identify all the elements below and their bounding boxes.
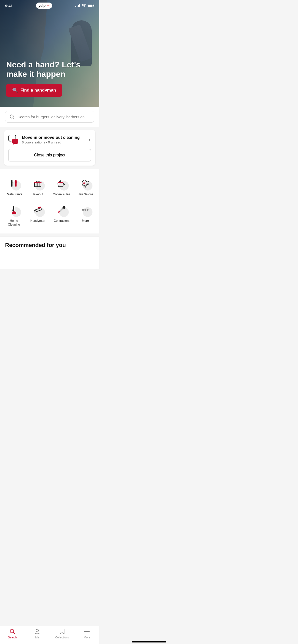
- takeout-icon-wrap: [31, 176, 45, 191]
- category-takeout[interactable]: Takeout: [26, 174, 50, 200]
- project-left: Move-in or move-out cleaning 6 conversat…: [8, 134, 80, 145]
- more-dots-icon: [80, 205, 90, 215]
- handyman-icon-wrap: [31, 203, 45, 217]
- category-coffee-tea[interactable]: Coffee & Tea: [50, 174, 74, 200]
- coffee-label: Coffee & Tea: [53, 193, 70, 197]
- svg-line-4: [13, 118, 14, 119]
- svg-rect-6: [12, 139, 18, 144]
- restaurants-label: Restaurants: [6, 193, 22, 197]
- status-time: 9:41: [5, 4, 13, 8]
- project-info: Move-in or move-out cleaning 6 conversat…: [22, 135, 80, 144]
- takeout-label: Takeout: [32, 193, 43, 197]
- close-project-button[interactable]: Close this project: [8, 149, 91, 162]
- search-bar-icon: [9, 114, 15, 119]
- more-icon-wrap: [78, 203, 92, 217]
- home-cleaning-icon: [9, 205, 19, 215]
- hero-title: Need a hand? Let's make it happen: [6, 60, 93, 79]
- search-input[interactable]: [18, 115, 90, 119]
- cleaning-icon-wrap: [7, 203, 21, 217]
- project-icon: [8, 134, 19, 145]
- svg-point-30: [59, 212, 60, 213]
- takeout-icon: [33, 179, 43, 188]
- project-header: Move-in or move-out cleaning 6 conversat…: [8, 134, 91, 145]
- project-card: Move-in or move-out cleaning 6 conversat…: [4, 130, 95, 166]
- hero-content: Need a hand? Let's make it happen 🔍 Find…: [6, 60, 93, 97]
- svg-rect-1: [93, 5, 94, 6]
- recommended-section: Recommended for you: [0, 237, 99, 269]
- categories-grid: Restaurants Takeout: [0, 174, 99, 230]
- project-title: Move-in or move-out cleaning: [22, 135, 80, 140]
- status-bar: 9:41 yelp ✳: [0, 0, 99, 11]
- category-more[interactable]: More: [74, 200, 98, 230]
- hair-label: Hair Salons: [77, 193, 93, 197]
- search-bar[interactable]: [5, 111, 94, 123]
- coffee-icon-wrap: [55, 176, 69, 191]
- svg-line-21: [87, 181, 89, 182]
- signal-icon: [75, 4, 80, 7]
- contractors-icon-wrap: [55, 203, 69, 217]
- svg-rect-12: [34, 182, 42, 183]
- yelp-logo: yelp ✳: [36, 3, 52, 9]
- restaurants-icon: [9, 179, 19, 188]
- svg-point-31: [82, 209, 84, 211]
- chevron-right-icon: →: [86, 137, 91, 143]
- handyman-label: Handyman: [30, 219, 45, 223]
- hair-icon-wrap: [78, 176, 92, 191]
- category-contractors[interactable]: Contractors: [50, 200, 74, 230]
- svg-point-32: [85, 209, 86, 211]
- contractors-icon: [57, 205, 66, 215]
- categories-section: Restaurants Takeout: [0, 169, 99, 233]
- svg-point-24: [83, 182, 85, 184]
- recommended-title: Recommended for you: [5, 242, 94, 248]
- search-container: [0, 107, 99, 127]
- handyman-icon: [33, 205, 43, 215]
- coffee-icon: [57, 179, 66, 188]
- search-icon: 🔍: [12, 87, 18, 93]
- svg-rect-28: [38, 206, 41, 209]
- hair-salons-icon: [80, 179, 90, 188]
- svg-rect-2: [88, 5, 92, 7]
- wifi-icon: [82, 4, 86, 7]
- status-icons: [75, 4, 94, 7]
- battery-icon: [88, 4, 94, 7]
- restaurants-icon-wrap: [7, 176, 21, 191]
- find-handyman-button[interactable]: 🔍 Find a handyman: [6, 84, 62, 97]
- category-hair-salons[interactable]: Hair Salons: [74, 174, 98, 200]
- hero-section: Need a hand? Let's make it happen 🔍 Find…: [0, 0, 99, 107]
- contractors-label: Contractors: [54, 219, 70, 223]
- more-categories-label: More: [82, 219, 89, 223]
- yelp-burst-icon: ✳: [47, 4, 50, 8]
- category-restaurants[interactable]: Restaurants: [2, 174, 26, 200]
- svg-point-33: [87, 209, 89, 211]
- category-handyman[interactable]: Handyman: [26, 200, 50, 230]
- category-home-cleaning[interactable]: Home Cleaning: [2, 200, 26, 230]
- svg-line-23: [87, 184, 89, 185]
- hero-cta-label: Find a handyman: [20, 88, 56, 93]
- project-meta: 6 conversations • 0 unread: [22, 140, 80, 144]
- yelp-logo-text: yelp: [38, 4, 46, 8]
- home-cleaning-label: Home Cleaning: [4, 219, 24, 227]
- chat-bubbles-icon: [8, 134, 19, 145]
